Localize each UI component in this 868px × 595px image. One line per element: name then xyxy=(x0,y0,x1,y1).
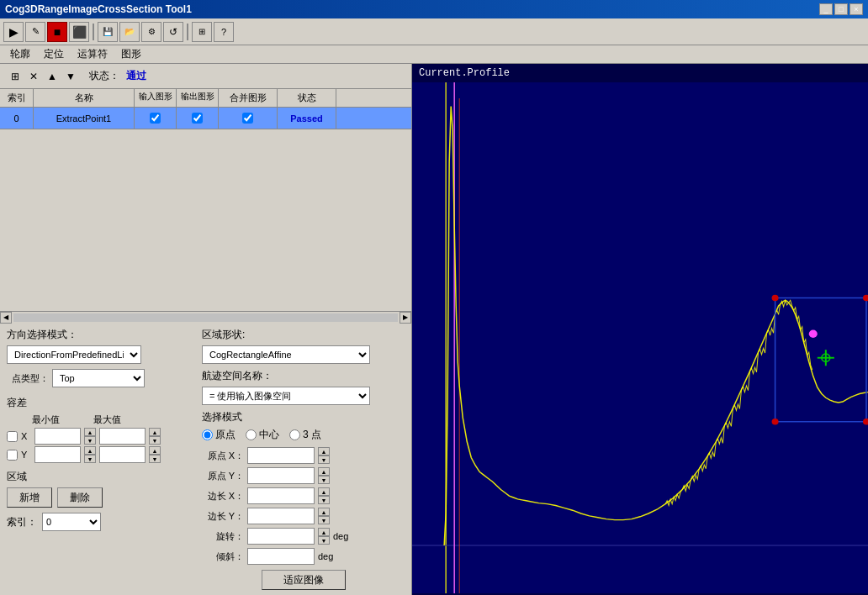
tool2-button[interactable]: ⬛ xyxy=(69,22,89,42)
tol-x-max[interactable]: 0 xyxy=(99,428,146,445)
tol-y-min-spin[interactable]: ▲ ▼ xyxy=(84,446,96,463)
menu-graphic[interactable]: 图形 xyxy=(114,45,148,63)
tol-x-min-spin[interactable]: ▲ ▼ xyxy=(84,428,96,445)
tol-x-checkbox[interactable] xyxy=(7,431,18,442)
maximize-button[interactable]: □ xyxy=(834,3,848,15)
tilt-input[interactable]: 0 xyxy=(247,548,315,565)
radio-origin[interactable]: 原点 xyxy=(202,428,236,442)
window-controls[interactable]: _ □ × xyxy=(819,3,863,15)
table-row[interactable]: 0 ExtractPoint1 Passed xyxy=(0,108,411,129)
tol-y-max-spin[interactable]: ▲ ▼ xyxy=(149,446,161,463)
title-bar: Cog3DRangeImageCrossSection Tool1 _ □ × xyxy=(0,0,868,18)
close-button[interactable]: × xyxy=(849,3,863,15)
side-x-input[interactable]: 191.405 xyxy=(247,487,315,504)
side-x-spin[interactable]: ▲ ▼ xyxy=(318,487,330,504)
rotation-input[interactable]: 89.9731 xyxy=(247,528,315,545)
down-icon-btn[interactable]: ▼ xyxy=(62,68,79,85)
origin-x-label: 原点 X： xyxy=(202,450,244,462)
cell-output-check[interactable] xyxy=(177,108,219,129)
origin-y-row: 原点 Y： 38911.6 ▲ ▼ xyxy=(202,467,405,484)
origin-y-spin[interactable]: ▲ ▼ xyxy=(318,467,330,484)
svg-point-6 xyxy=(772,295,779,302)
input-checkbox[interactable] xyxy=(150,113,161,124)
output-checkbox[interactable] xyxy=(192,113,203,124)
point-type-row: 点类型： Top xyxy=(7,369,192,387)
delete-button[interactable]: 删除 xyxy=(57,487,103,508)
add-button[interactable]: 新增 xyxy=(7,487,52,508)
table-scrollbar[interactable]: ◀ ▶ xyxy=(0,311,411,323)
side-y-label: 边长 Y： xyxy=(202,510,244,523)
refresh-button[interactable]: ↺ xyxy=(163,22,183,42)
cell-input-check[interactable] xyxy=(135,108,177,129)
col-merge: 合并图形 xyxy=(219,89,278,107)
tilt-unit: deg xyxy=(318,551,333,561)
menu-locate[interactable]: 定位 xyxy=(37,45,71,63)
minimize-button[interactable]: _ xyxy=(819,3,833,15)
tol-y-max[interactable]: 0 xyxy=(99,446,146,463)
side-y-input[interactable]: 154.021 xyxy=(247,508,315,524)
add-icon-btn[interactable]: ⊞ xyxy=(7,68,24,85)
cell-merge-check[interactable] xyxy=(219,108,278,129)
status-value: 通过 xyxy=(126,69,146,83)
tolerance-section: 容差 最小值 最大值 X 0 ▲ ▼ xyxy=(7,396,192,463)
tol-y-min[interactable]: 0 xyxy=(34,446,81,463)
run-button[interactable]: ▶ xyxy=(3,22,24,42)
left-panel: ⊞ ✕ ▲ ▼ 状态： 通过 索引 名称 输入图形 输出图形 合并图形 状态 0… xyxy=(0,64,412,595)
separator2 xyxy=(187,24,188,40)
direction-mode-title: 方向选择模式： xyxy=(7,328,192,342)
scroll-left[interactable]: ◀ xyxy=(0,312,12,324)
region-shape-select[interactable]: CogRectangleAffine xyxy=(202,345,370,364)
region-title: 区域 xyxy=(7,471,27,482)
menu-outline[interactable]: 轮廓 xyxy=(3,45,37,63)
origin-x-input[interactable]: 963.979 xyxy=(247,447,315,464)
tol-x-min[interactable]: 0 xyxy=(34,428,81,445)
rotation-spin[interactable]: ▲ ▼ xyxy=(318,528,330,545)
scroll-right[interactable]: ▶ xyxy=(400,312,411,324)
direction-mode-select[interactable]: DirectionFromPredefinedList xyxy=(7,345,141,364)
origin-y-input[interactable]: 38911.6 xyxy=(247,467,315,484)
help-button[interactable]: ? xyxy=(214,22,234,42)
space-select[interactable]: = 使用输入图像空间 xyxy=(202,387,370,405)
scrollbar-track[interactable] xyxy=(13,313,398,322)
apply-row: 适应图像 xyxy=(202,570,405,590)
separator1 xyxy=(93,24,94,40)
load-button[interactable]: 📂 xyxy=(119,22,140,42)
menu-operator[interactable]: 运算符 xyxy=(71,45,114,63)
tol-y-row: Y 0 ▲ ▼ 0 ▲ ▼ xyxy=(7,446,192,463)
rotation-label: 旋转： xyxy=(202,530,244,543)
col-output: 输出图形 xyxy=(177,89,219,107)
origin-x-spin[interactable]: ▲ ▼ xyxy=(318,447,330,464)
window-button[interactable]: ⊞ xyxy=(192,22,212,42)
origin-x-row: 原点 X： 963.979 ▲ ▼ xyxy=(202,447,405,464)
right-panel: Current.Profile xyxy=(412,64,868,595)
radio-3point-label: 3 点 xyxy=(303,428,321,442)
radio-group: 原点 中心 3 点 xyxy=(202,428,405,442)
delete-icon-btn[interactable]: ✕ xyxy=(25,68,42,85)
radio-3point[interactable]: 3 点 xyxy=(289,428,321,442)
table-section: 索引 名称 输入图形 输出图形 合并图形 状态 0 ExtractPoint1 … xyxy=(0,89,411,129)
two-col-layout: 方向选择模式： DirectionFromPredefinedList 点类型：… xyxy=(7,328,405,590)
tilt-label: 倾斜： xyxy=(202,550,244,563)
save-button[interactable]: 💾 xyxy=(98,22,118,42)
window-title: Cog3DRangeImageCrossSection Tool1 xyxy=(5,3,192,15)
stop-button[interactable]: ■ xyxy=(47,22,67,42)
radio-center[interactable]: 中心 xyxy=(246,428,279,442)
table-empty-area xyxy=(0,129,411,311)
point-type-label: 点类型： xyxy=(7,372,49,385)
tol-x-max-spin[interactable]: ▲ ▼ xyxy=(149,428,161,445)
graph-canvas xyxy=(412,82,868,593)
edit-button[interactable]: ✎ xyxy=(25,22,45,42)
side-y-spin[interactable]: ▲ ▼ xyxy=(318,508,330,524)
index-select[interactable]: 0 xyxy=(42,513,101,531)
tol-y-checkbox[interactable] xyxy=(7,450,18,461)
graph-svg xyxy=(412,82,868,593)
status-bar: ⊞ ✕ ▲ ▼ 状态： 通过 xyxy=(0,64,411,89)
svg-point-13 xyxy=(809,330,818,339)
point-type-select[interactable]: Top xyxy=(52,369,145,387)
tol-x-row: X 0 ▲ ▼ 0 ▲ ▼ xyxy=(7,428,192,445)
merge-checkbox[interactable] xyxy=(242,113,253,124)
cell-index: 0 xyxy=(0,108,34,129)
apply-button[interactable]: 适应图像 xyxy=(262,570,346,590)
up-icon-btn[interactable]: ▲ xyxy=(44,68,61,85)
settings-button[interactable]: ⚙ xyxy=(141,22,161,42)
